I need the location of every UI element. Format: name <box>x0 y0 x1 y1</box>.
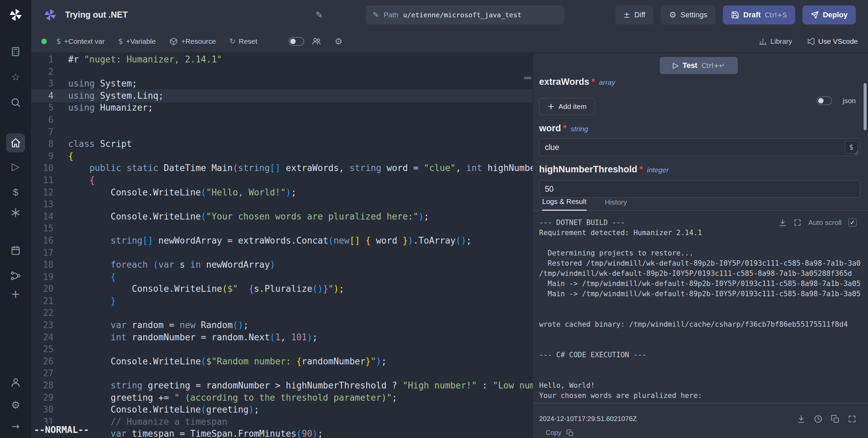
star-icon: ☆ <box>11 72 20 82</box>
tab-logs-result[interactable]: Logs & Result <box>542 197 587 211</box>
result-divider <box>533 403 868 403</box>
asterisk-icon <box>10 207 21 218</box>
sidebar-item-expand[interactable]: → <box>6 417 25 436</box>
multiplayer-users-button[interactable] <box>312 37 321 46</box>
user-icon <box>10 377 21 388</box>
toggle-knob <box>290 39 296 44</box>
topbar-actions: ± Diff ⚙ Settings Draft Ctrl+S Deploy <box>615 5 856 24</box>
json-toggle-label: json <box>843 96 856 105</box>
windmill-logo-icon <box>8 8 23 22</box>
copy-icon[interactable] <box>831 415 840 423</box>
editor-gutter: 1234567891011121314151617181920212223242… <box>31 54 54 438</box>
add-resource-button[interactable]: +Resource <box>169 37 216 46</box>
plus-icon: + <box>548 102 554 111</box>
sidebar-item-resources[interactable] <box>6 203 25 222</box>
multiplayer-toggle[interactable] <box>289 37 304 46</box>
deploy-button[interactable]: Deploy <box>803 5 856 24</box>
download-icon[interactable] <box>797 415 806 423</box>
gear-icon: ⚙ <box>669 11 676 19</box>
sidebar-item-schedules[interactable] <box>6 241 25 260</box>
diff-icon: ± <box>624 11 630 19</box>
required-marker: * <box>639 164 643 175</box>
sidebar-item-runs[interactable]: ▷ <box>6 157 25 176</box>
sidebar-item-flows[interactable] <box>6 266 25 285</box>
toolbar-right: Library Use VScode <box>758 37 858 46</box>
add-item-button[interactable]: + Add item <box>539 98 595 115</box>
add-variable-button[interactable]: $ +Variable <box>118 37 156 45</box>
windmill-logo[interactable] <box>0 4 31 26</box>
editor-code[interactable]: #r "nuget: Humanizer, 2.14.1"using Syste… <box>68 54 533 438</box>
copy-result-button[interactable]: Copy <box>546 429 574 437</box>
share-nodes-icon <box>10 270 21 281</box>
required-marker: * <box>563 123 567 134</box>
log-controls: Auto scroll ✓ <box>778 217 856 228</box>
json-toggle[interactable] <box>816 96 832 105</box>
sidebar-item-account[interactable] <box>6 373 25 392</box>
vscode-icon <box>806 37 815 46</box>
reset-button[interactable]: ↻ Reset <box>230 37 257 45</box>
library-icon <box>758 37 767 46</box>
library-button[interactable]: Library <box>758 37 792 46</box>
test-shortcut: Ctrl+↵ <box>702 61 725 70</box>
draft-button[interactable]: Draft Ctrl+S <box>723 5 795 24</box>
path-pill[interactable]: ✎ Path u/etienne/microsoft_java_test <box>366 5 564 24</box>
resize-grip[interactable] <box>854 151 859 155</box>
plus-icon: + <box>11 288 21 300</box>
editor-scrollbar[interactable] <box>524 77 531 79</box>
dollar-icon: $ <box>118 38 123 45</box>
settings-button[interactable]: ⚙ Settings <box>661 5 715 24</box>
gear-icon: ⚙ <box>335 37 342 46</box>
arrow-right-icon: → <box>12 422 19 431</box>
calculator-icon <box>10 46 21 57</box>
auto-scroll-label: Auto scroll <box>808 218 842 227</box>
home-icon <box>10 137 21 148</box>
sidebar-item-add[interactable]: + <box>6 284 25 303</box>
package-icon <box>169 37 178 46</box>
editor-toolbar: $ +Context var $ +Variable +Resource ↻ R… <box>31 30 868 53</box>
sidebar-item-variables[interactable]: $ <box>6 183 25 202</box>
fullscreen-icon[interactable] <box>848 415 856 423</box>
tab-history[interactable]: History <box>605 198 627 210</box>
panel-scrollbar[interactable] <box>864 83 867 130</box>
field-type: integer <box>647 166 669 174</box>
download-icon[interactable] <box>778 218 787 227</box>
deploy-icon <box>811 11 819 19</box>
editor-settings-button[interactable]: ⚙ <box>335 37 342 46</box>
result-actions <box>797 415 856 423</box>
dollar-icon: $ <box>849 144 853 151</box>
field-label-word: word * string <box>539 123 588 134</box>
sidebar-item-search[interactable] <box>6 93 25 112</box>
check-icon: ✓ <box>850 220 855 226</box>
dollar-icon: $ <box>13 187 18 198</box>
sidebar-item-grid[interactable] <box>6 42 25 61</box>
sidebar-item-settings[interactable]: ⚙ <box>6 396 25 415</box>
use-vscode-button[interactable]: Use VScode <box>806 37 858 46</box>
add-context-var-button[interactable]: $ +Context var <box>56 37 105 45</box>
fullscreen-icon[interactable] <box>793 218 802 227</box>
language-status-dot <box>41 39 47 44</box>
toggle-knob <box>818 98 824 103</box>
path-value: u/etienne/microsoft_java_test <box>403 11 521 19</box>
page-title: Trying out .NET <box>65 10 128 20</box>
sidebar-item-home[interactable] <box>6 133 25 152</box>
clock-icon[interactable] <box>814 415 823 423</box>
dollar-icon: $ <box>56 38 61 45</box>
script-title-box: Trying out .NET ✎ <box>65 10 323 20</box>
field-type: string <box>571 125 588 133</box>
reset-icon: ↻ <box>230 38 236 45</box>
edit-title-button[interactable]: ✎ <box>315 11 323 19</box>
log-output: --- DOTNET BUILD ---Requirement detected… <box>539 217 862 403</box>
code-editor[interactable]: 1234567891011121314151617181920212223242… <box>31 53 533 438</box>
field-label-extrawords: extraWords * array <box>539 77 615 87</box>
diff-button[interactable]: ± Diff <box>615 5 654 24</box>
windmill-app: ☆ ▷ $ + ⚙ → Trying out .NET ✎ <box>0 0 868 438</box>
save-icon <box>731 11 739 19</box>
pencil-icon: ✎ <box>373 11 379 19</box>
word-input[interactable] <box>539 138 860 156</box>
pencil-icon: ✎ <box>315 10 323 20</box>
required-marker: * <box>591 77 595 87</box>
auto-scroll-checkbox[interactable]: ✓ <box>848 218 856 227</box>
test-button[interactable]: ▷ Test Ctrl+↵ <box>660 57 738 74</box>
result-timestamp: 2024-12-10T17:29:51.6021076Z <box>539 413 637 425</box>
sidebar-item-favorites[interactable]: ☆ <box>6 68 25 87</box>
